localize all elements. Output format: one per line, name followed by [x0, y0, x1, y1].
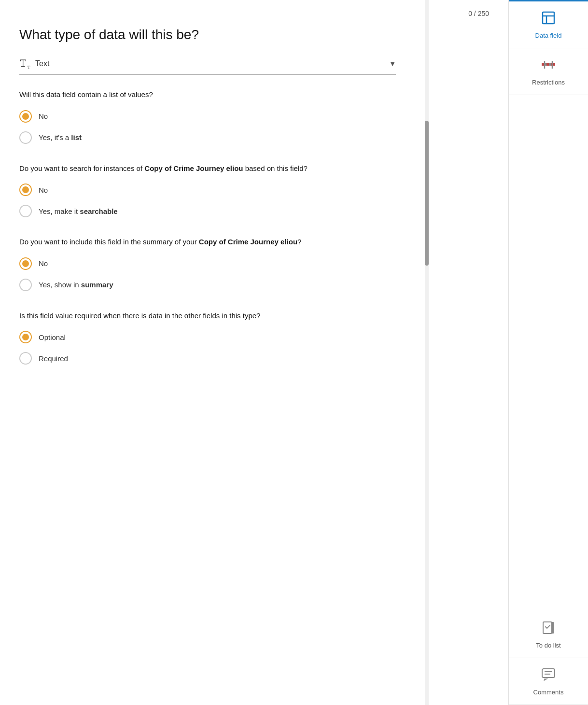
radio-yes-summary[interactable]: Yes, show in summary: [19, 279, 489, 291]
radio-label-no-search: No: [39, 186, 48, 194]
radio-circle-yes-summary: [19, 279, 32, 291]
radio-no-summary[interactable]: No: [19, 257, 489, 270]
svg-rect-0: [543, 12, 554, 24]
section-searchable: Do you want to search for instances of C…: [19, 163, 489, 218]
radio-label-required: Required: [39, 354, 68, 363]
scrollbar-track: [425, 0, 429, 705]
type-selector-dropdown[interactable]: 𝚃𝚃 Text ▼: [19, 57, 396, 75]
radio-no-list[interactable]: No: [19, 110, 489, 123]
data-field-icon: [541, 10, 556, 29]
sidebar-item-data-field[interactable]: Data field: [509, 0, 588, 48]
comments-icon: [541, 667, 556, 686]
question-list-values: Will this data field contain a list of v…: [19, 89, 489, 100]
sidebar-item-restrictions[interactable]: Restrictions: [509, 48, 588, 95]
text-type-icon: 𝚃𝚃: [19, 57, 30, 70]
radio-circle-no-summary: [19, 257, 32, 270]
sidebar: Data field Restrictions: [508, 0, 588, 705]
radio-label-optional: Optional: [39, 333, 66, 341]
svg-rect-12: [542, 669, 555, 677]
sidebar-label-to-do-list: To do list: [536, 642, 560, 649]
radio-yes-list[interactable]: Yes, it's a list: [19, 131, 489, 144]
section-list-values: Will this data field contain a list of v…: [19, 89, 489, 144]
radio-circle-no-list: [19, 110, 32, 123]
main-content: 0 / 250 What type of data will this be? …: [0, 0, 508, 705]
radio-circle-yes-list: [19, 131, 32, 144]
character-counter: 0 / 250: [19, 10, 489, 17]
question-searchable: Do you want to search for instances of C…: [19, 163, 489, 174]
radio-yes-search[interactable]: Yes, make it searchable: [19, 205, 489, 217]
section-required: Is this field value required when there …: [19, 310, 489, 365]
restrictions-icon: [541, 57, 556, 76]
question-required: Is this field value required when there …: [19, 310, 489, 322]
svg-rect-11: [552, 622, 554, 634]
radio-label-yes-summary: Yes, show in summary: [39, 281, 113, 289]
dropdown-arrow-icon: ▼: [389, 60, 396, 68]
question-summary: Do you want to include this field in the…: [19, 237, 489, 248]
radio-label-yes-list: Yes, it's a list: [39, 133, 82, 141]
radio-circle-required: [19, 352, 32, 365]
type-selector-value: Text: [35, 59, 389, 68]
radio-label-no-summary: No: [39, 259, 48, 268]
sidebar-spacer: [509, 95, 588, 611]
todo-list-icon: [541, 620, 556, 639]
radio-optional[interactable]: Optional: [19, 331, 489, 343]
radio-required[interactable]: Required: [19, 352, 489, 365]
svg-rect-5: [546, 63, 549, 66]
page-title: What type of data will this be?: [19, 27, 489, 42]
scrollbar-thumb[interactable]: [425, 121, 429, 266]
svg-rect-4: [542, 63, 544, 66]
radio-label-yes-search: Yes, make it searchable: [39, 207, 118, 215]
radio-circle-no-search: [19, 183, 32, 196]
radio-label-no-list: No: [39, 112, 48, 120]
sidebar-label-restrictions: Restrictions: [532, 79, 565, 86]
sidebar-label-comments: Comments: [533, 689, 564, 696]
sidebar-item-to-do-list[interactable]: To do list: [509, 611, 588, 658]
radio-circle-optional: [19, 331, 32, 343]
section-summary: Do you want to include this field in the…: [19, 237, 489, 291]
sidebar-label-data-field: Data field: [535, 32, 562, 39]
sidebar-item-comments[interactable]: Comments: [509, 658, 588, 705]
radio-no-search[interactable]: No: [19, 183, 489, 196]
radio-circle-yes-search: [19, 205, 32, 217]
